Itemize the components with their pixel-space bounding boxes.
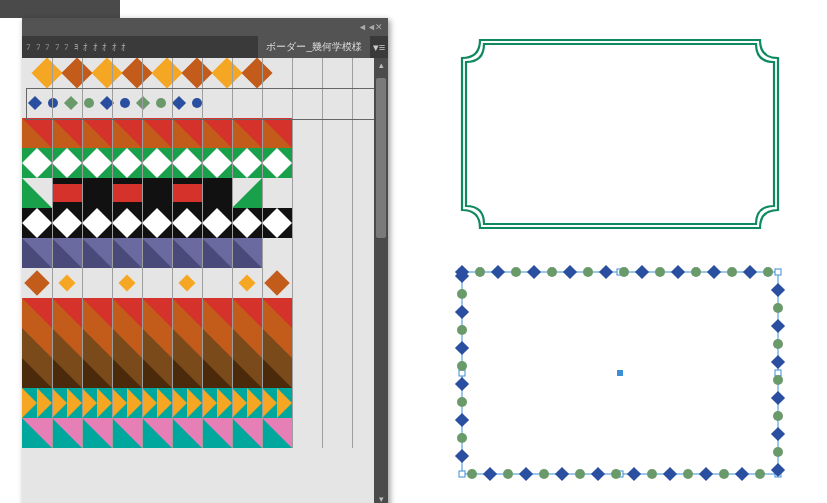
svg-rect-22 [671,265,685,279]
swatch-row[interactable] [22,178,374,208]
svg-point-63 [457,325,467,335]
scroll-down-icon[interactable]: ▾ [374,492,388,503]
svg-rect-16 [563,265,577,279]
svg-point-25 [727,267,737,277]
scrollbar[interactable]: ▴ ▾ [374,58,388,503]
svg-rect-20 [635,265,649,279]
svg-rect-1 [617,370,623,376]
svg-rect-48 [591,467,605,481]
svg-point-31 [773,339,783,349]
swatch-row[interactable] [22,298,374,328]
svg-point-47 [611,469,621,479]
svg-rect-26 [743,265,757,279]
svg-rect-38 [771,463,785,477]
svg-point-59 [457,397,467,407]
collapse-icon[interactable]: ◄◄ [362,22,372,32]
scroll-thumb[interactable] [376,78,386,238]
selected-pattern-rectangle[interactable] [455,265,785,481]
svg-rect-32 [771,355,785,369]
svg-rect-24 [707,265,721,279]
swatch-row[interactable] [22,328,374,358]
decorative-frame-green [462,40,778,228]
svg-point-41 [719,469,729,479]
artboard [420,10,817,493]
svg-point-21 [655,267,665,277]
svg-rect-62 [455,341,469,355]
svg-point-11 [475,267,485,277]
swatch-grid: ▴ ▾ [22,58,388,503]
svg-point-33 [773,375,783,385]
tab-active[interactable]: ボーダー_幾何学模様 [258,36,370,58]
swatch-row[interactable] [22,418,374,448]
svg-point-35 [773,411,783,421]
app-chrome-strip [0,0,120,18]
panel-header: ◄◄ ✕ [22,18,388,36]
svg-point-65 [457,289,467,299]
svg-rect-58 [455,413,469,427]
svg-point-37 [773,447,783,457]
svg-rect-12 [491,265,505,279]
svg-point-43 [683,469,693,479]
svg-point-27 [763,267,773,277]
tab-strip: ﾌ ﾌ ﾌ ﾌ ﾌ ﾖ ｵ ｵ ｵ ｵ ｵ ボーダー_幾何学模様 ▾≡ [22,36,388,58]
svg-rect-44 [663,467,677,481]
svg-rect-14 [527,265,541,279]
swatch-row[interactable] [22,208,374,238]
svg-point-39 [755,469,765,479]
svg-point-23 [691,267,701,277]
svg-point-53 [503,469,513,479]
swatch-row[interactable] [22,238,374,268]
swatch-row[interactable] [22,118,374,148]
svg-rect-34 [771,391,785,405]
svg-point-19 [619,267,629,277]
svg-point-61 [457,361,467,371]
svg-point-15 [547,267,557,277]
svg-rect-56 [455,449,469,463]
svg-rect-42 [699,467,713,481]
svg-rect-7 [459,471,465,477]
swatch-row[interactable] [22,358,374,388]
svg-point-55 [467,469,477,479]
svg-point-29 [773,303,783,313]
scroll-up-icon[interactable]: ▴ [374,58,388,72]
svg-rect-50 [555,467,569,481]
tab-ghost-chars: ﾌ ﾌ ﾌ ﾌ ﾌ ﾖ ｵ ｵ ｵ ｵ ｵ [22,36,258,58]
close-icon[interactable]: ✕ [374,22,384,32]
svg-point-51 [539,469,549,479]
swatches-panel: ◄◄ ✕ ﾌ ﾌ ﾌ ﾌ ﾌ ﾖ ｵ ｵ ｵ ｵ ｵ ボーダー_幾何学模様 ▾≡ [22,18,388,503]
swatch-row[interactable] [22,268,374,298]
svg-rect-52 [519,467,533,481]
svg-rect-64 [455,305,469,319]
swatch-row[interactable] [22,88,374,118]
svg-rect-40 [735,467,749,481]
svg-rect-36 [771,427,785,441]
svg-rect-54 [483,467,497,481]
svg-point-57 [457,433,467,443]
svg-point-49 [575,469,585,479]
svg-rect-60 [455,377,469,391]
svg-rect-28 [771,283,785,297]
svg-point-13 [511,267,521,277]
swatch-row[interactable] [22,58,374,88]
svg-rect-4 [775,269,781,275]
svg-rect-46 [627,467,641,481]
svg-rect-30 [771,319,785,333]
svg-point-45 [647,469,657,479]
panel-menu-icon[interactable]: ▾≡ [370,36,388,58]
svg-point-17 [583,267,593,277]
swatch-row[interactable] [22,388,374,418]
swatch-row[interactable] [22,148,374,178]
svg-rect-18 [599,265,613,279]
